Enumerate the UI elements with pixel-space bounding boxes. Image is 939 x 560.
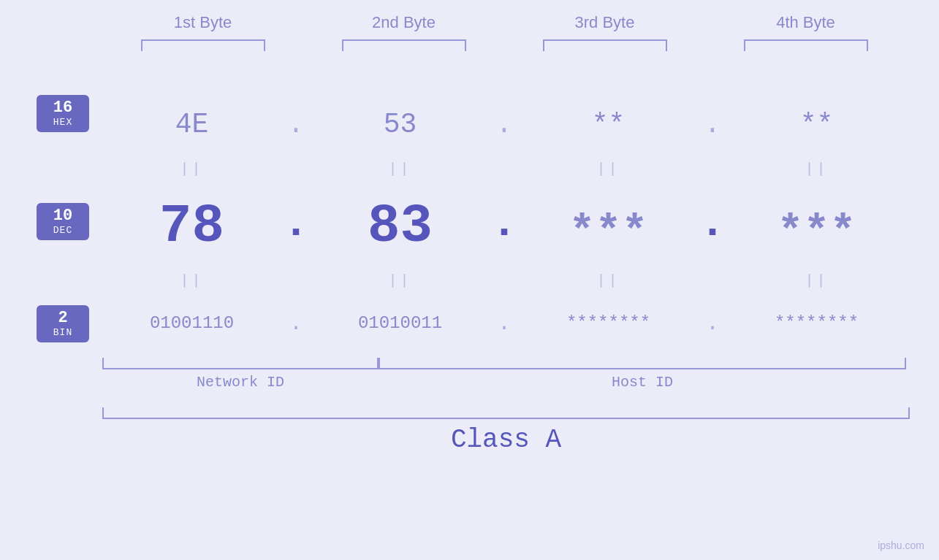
dec-b3-cell: *** bbox=[519, 207, 698, 257]
dec-row: 78 . 83 . *** . *** bbox=[102, 184, 906, 257]
bin-dot-2: . bbox=[490, 311, 519, 336]
equals-6: || bbox=[311, 272, 490, 289]
watermark: ipshu.com bbox=[878, 540, 924, 551]
dec-b1-cell: 78 bbox=[102, 196, 281, 257]
equals-row-2: || || || || bbox=[102, 269, 906, 292]
bin-dot-3: . bbox=[698, 311, 727, 336]
hex-row: 4E . 53 . ** . ** bbox=[102, 101, 906, 148]
equals-2: || bbox=[311, 161, 490, 177]
hex-b4-value: ** bbox=[800, 109, 834, 140]
equals-5: || bbox=[102, 272, 281, 289]
equals-4: || bbox=[727, 161, 906, 177]
bin-b1-value: 01001110 bbox=[150, 313, 234, 333]
top-bracket-3 bbox=[543, 39, 667, 51]
network-bracket bbox=[102, 358, 379, 369]
equals-3: || bbox=[519, 161, 698, 177]
bin-dot-1: . bbox=[281, 311, 311, 336]
equals-row-1: || || || || bbox=[102, 157, 906, 180]
hex-b2-value: 53 bbox=[384, 109, 417, 140]
bin-badge: 2 BIN bbox=[37, 305, 89, 342]
bin-b2-cell: 01010011 bbox=[311, 313, 490, 333]
dec-dot-1: . bbox=[281, 199, 311, 257]
byte-headers-row: 1st Byte 2nd Byte 3rd Byte 4th Byte bbox=[102, 7, 906, 38]
hex-b4-cell: ** bbox=[727, 109, 906, 140]
page-container: 1st Byte 2nd Byte 3rd Byte 4th Byte 16 H… bbox=[0, 0, 939, 560]
hex-dot-3: . bbox=[698, 109, 727, 140]
network-id-label: Network ID bbox=[102, 374, 379, 391]
byte-header-1: 1st Byte bbox=[102, 7, 303, 38]
dec-b2-value: 83 bbox=[368, 196, 433, 257]
hex-b3-value: ** bbox=[592, 109, 626, 140]
dec-b4-cell: *** bbox=[727, 207, 906, 257]
dec-b2-cell: 83 bbox=[311, 196, 490, 257]
bin-b4-cell: ******** bbox=[727, 313, 906, 333]
equals-1: || bbox=[102, 161, 281, 177]
bin-b4-value: ******** bbox=[775, 313, 859, 333]
top-brackets bbox=[102, 39, 906, 51]
byte-header-3: 3rd Byte bbox=[504, 7, 705, 38]
bin-b3-cell: ******** bbox=[519, 313, 698, 333]
hex-dot-2: . bbox=[490, 109, 519, 140]
dec-dot-2: . bbox=[490, 199, 519, 257]
hex-b3-cell: ** bbox=[519, 109, 698, 140]
hex-b2-cell: 53 bbox=[311, 109, 490, 140]
host-id-label: Host ID bbox=[379, 374, 906, 391]
byte-header-2: 2nd Byte bbox=[303, 7, 504, 38]
bin-b2-value: 01010011 bbox=[358, 313, 442, 333]
dec-b3-value: *** bbox=[569, 207, 647, 257]
host-bracket bbox=[379, 358, 906, 369]
bin-b3-value: ******** bbox=[566, 313, 650, 333]
equals-7: || bbox=[519, 272, 698, 289]
hex-b1-cell: 4E bbox=[102, 109, 281, 140]
hex-badge: 16 HEX bbox=[37, 95, 89, 132]
hex-dot-1: . bbox=[281, 109, 311, 140]
byte-header-4: 4th Byte bbox=[705, 7, 906, 38]
outer-bracket bbox=[102, 407, 910, 419]
class-label: Class A bbox=[102, 425, 910, 455]
top-bracket-2 bbox=[342, 39, 466, 51]
equals-8: || bbox=[727, 272, 906, 289]
dec-badge: 10 DEC bbox=[37, 203, 89, 240]
dec-b4-value: *** bbox=[777, 207, 856, 257]
dec-dot-3: . bbox=[698, 199, 727, 257]
bin-row: 01001110 . 01010011 . ******** . *******… bbox=[102, 299, 906, 347]
bin-b1-cell: 01001110 bbox=[102, 313, 281, 333]
top-bracket-4 bbox=[744, 39, 868, 51]
dec-b1-value: 78 bbox=[159, 196, 224, 257]
bottom-brackets bbox=[102, 358, 906, 369]
id-labels-row: Network ID Host ID bbox=[102, 374, 906, 391]
hex-b1-value: 4E bbox=[175, 109, 209, 140]
top-bracket-1 bbox=[141, 39, 265, 51]
